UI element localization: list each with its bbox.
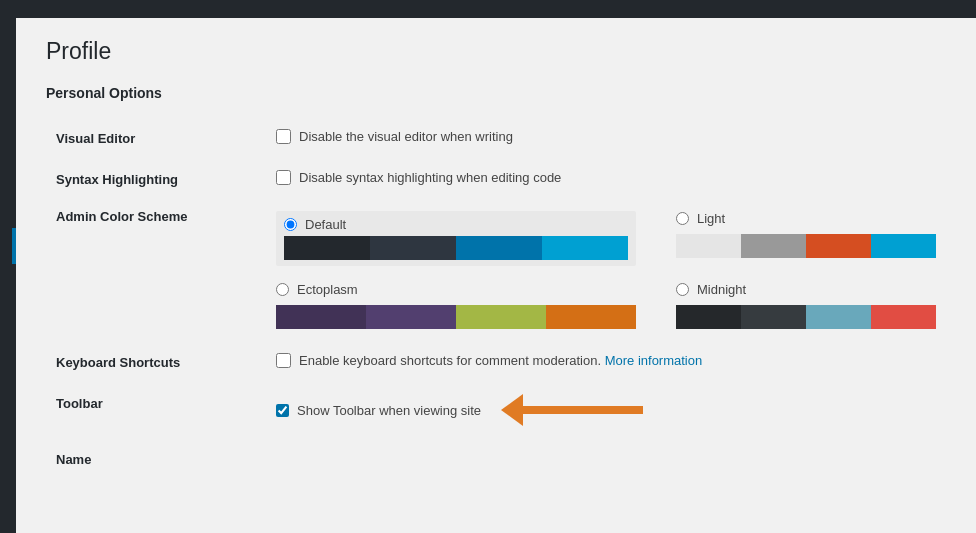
keyboard-shortcuts-checkbox-row: Enable keyboard shortcuts for comment mo… <box>276 353 936 368</box>
visual-editor-checkbox-row: Disable the visual editor when writing <box>276 129 936 144</box>
keyboard-shortcuts-checkbox-label: Enable keyboard shortcuts for comment mo… <box>299 353 702 368</box>
sidebar-accent <box>12 228 16 264</box>
color-scheme-light-name: Light <box>697 211 725 226</box>
keyboard-shortcuts-row: Keyboard Shortcuts Enable keyboard short… <box>46 341 946 382</box>
color-seg <box>871 305 936 329</box>
visual-editor-checkbox-label: Disable the visual editor when writing <box>299 129 513 144</box>
color-scheme-ectoplasm-label-row: Ectoplasm <box>276 282 636 297</box>
syntax-highlighting-checkbox[interactable] <box>276 170 291 185</box>
color-scheme-light-label-row: Light <box>676 211 936 226</box>
toolbar-checkbox[interactable] <box>276 404 289 417</box>
color-seg <box>456 236 542 260</box>
color-scheme-grid: Default <box>276 211 936 329</box>
name-label: Name <box>56 452 91 467</box>
visual-editor-checkbox[interactable] <box>276 129 291 144</box>
color-bar-ectoplasm <box>276 305 636 329</box>
color-scheme-light-radio[interactable] <box>676 212 689 225</box>
color-scheme-midnight: Midnight <box>676 282 936 329</box>
color-bar-midnight <box>676 305 936 329</box>
color-scheme-midnight-label-row: Midnight <box>676 282 936 297</box>
main-content: Profile Personal Options Visual Editor D… <box>16 18 976 533</box>
color-scheme-light: Light <box>676 211 936 266</box>
color-seg <box>871 234 936 258</box>
color-bar-light <box>676 234 936 258</box>
color-seg <box>676 305 741 329</box>
color-scheme-default-label-row: Default <box>284 217 628 232</box>
color-scheme-ectoplasm-radio[interactable] <box>276 283 289 296</box>
color-seg <box>806 305 871 329</box>
toolbar-checkbox-row: Show Toolbar when viewing site <box>276 394 936 426</box>
color-scheme-ectoplasm-name: Ectoplasm <box>297 282 358 297</box>
color-seg <box>370 236 456 260</box>
color-scheme-default: Default <box>276 211 636 266</box>
color-seg <box>366 305 456 329</box>
toolbar-arrow-indicator <box>501 394 643 426</box>
color-scheme-ectoplasm: Ectoplasm <box>276 282 636 329</box>
page-title: Profile <box>46 38 946 65</box>
toolbar-checkbox-label: Show Toolbar when viewing site <box>297 403 481 418</box>
color-seg <box>542 236 628 260</box>
color-seg <box>546 305 636 329</box>
keyboard-shortcuts-label: Keyboard Shortcuts <box>56 355 180 370</box>
syntax-highlighting-checkbox-label: Disable syntax highlighting when editing… <box>299 170 561 185</box>
color-seg <box>456 305 546 329</box>
keyboard-shortcuts-checkbox[interactable] <box>276 353 291 368</box>
more-information-link[interactable]: More information <box>605 353 703 368</box>
visual-editor-label: Visual Editor <box>56 131 135 146</box>
color-scheme-default-name: Default <box>305 217 346 232</box>
visual-editor-row: Visual Editor Disable the visual editor … <box>46 117 946 158</box>
admin-color-scheme-label: Admin Color Scheme <box>56 209 187 224</box>
color-scheme-default-radio[interactable] <box>284 218 297 231</box>
arrow-head-icon <box>501 394 523 426</box>
color-seg <box>276 305 366 329</box>
arrow-shaft-icon <box>523 406 643 414</box>
color-scheme-midnight-radio[interactable] <box>676 283 689 296</box>
color-seg <box>676 234 741 258</box>
profile-form-table: Visual Editor Disable the visual editor … <box>46 117 946 479</box>
color-seg <box>741 234 806 258</box>
top-bar <box>0 0 976 18</box>
section-personal-options: Personal Options <box>46 85 946 101</box>
color-scheme-midnight-name: Midnight <box>697 282 746 297</box>
color-seg <box>284 236 370 260</box>
color-bar-default <box>284 236 628 260</box>
toolbar-label: Toolbar <box>56 396 103 411</box>
syntax-highlighting-row: Syntax Highlighting Disable syntax highl… <box>46 158 946 199</box>
left-sidebar <box>0 18 16 533</box>
color-seg <box>741 305 806 329</box>
color-seg <box>806 234 871 258</box>
syntax-highlighting-label: Syntax Highlighting <box>56 172 178 187</box>
syntax-highlighting-checkbox-row: Disable syntax highlighting when editing… <box>276 170 936 185</box>
admin-color-scheme-row: Admin Color Scheme Default <box>46 199 946 341</box>
name-row: Name <box>46 438 946 479</box>
toolbar-row: Toolbar Show Toolbar when viewing site <box>46 382 946 438</box>
